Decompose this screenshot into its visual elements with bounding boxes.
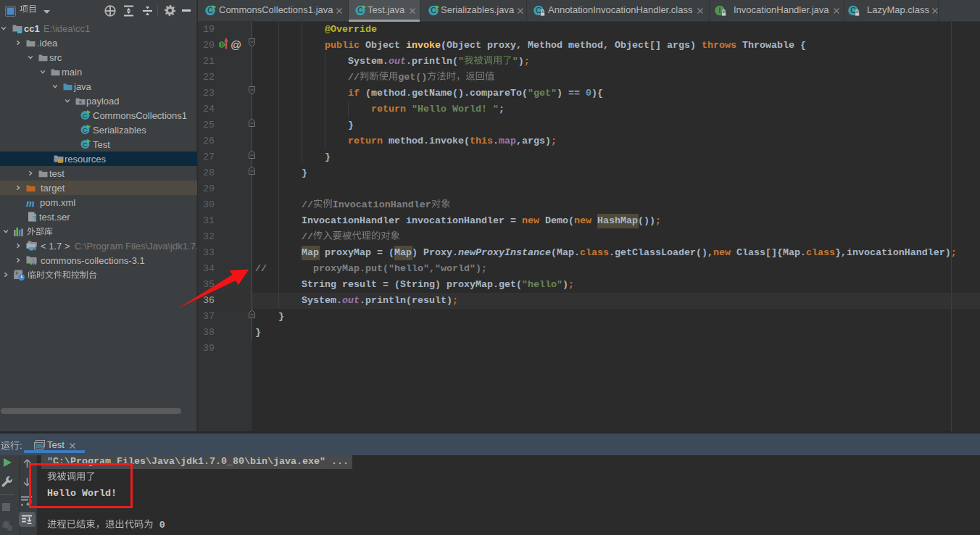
svg-text:?: ? (32, 215, 37, 223)
svg-text:m: m (26, 198, 35, 207)
svg-text:@: @ (231, 38, 241, 51)
svg-text:I: I (719, 6, 721, 14)
